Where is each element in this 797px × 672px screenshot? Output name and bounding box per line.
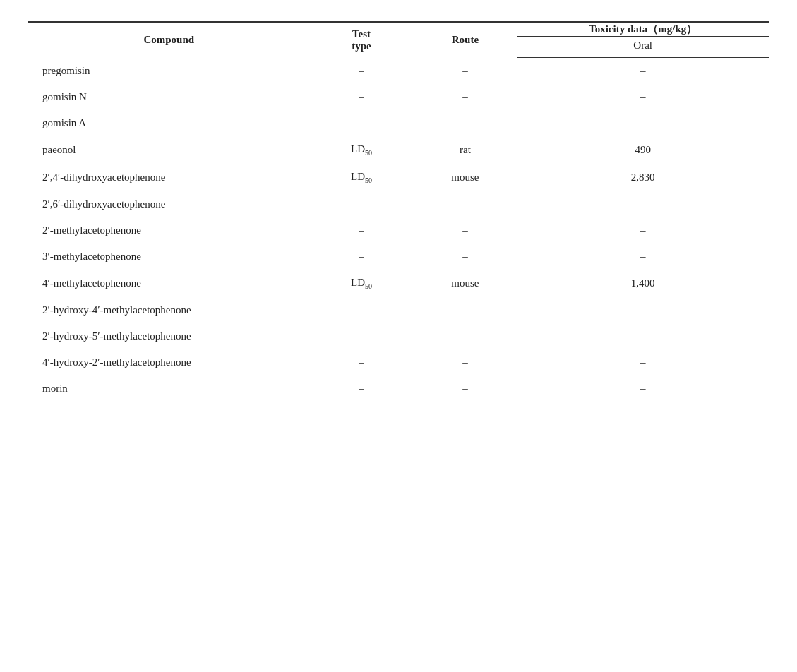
cell-oral: –: [517, 84, 769, 110]
cell-route: –: [413, 110, 517, 136]
cell-oral: –: [517, 217, 769, 244]
cell-compound: morin: [28, 376, 310, 402]
cell-oral: –: [517, 323, 769, 349]
cell-compound: 2′,6′-dihydroxyacetophenone: [28, 191, 310, 217]
cell-compound: gomisin N: [28, 84, 310, 110]
cell-oral: –: [517, 244, 769, 270]
cell-test-type: –: [310, 323, 414, 349]
table-row: 4′-methylacetophenoneLD50mouse1,400: [28, 270, 769, 297]
table-row: 2′,4′-dihydroxyacetophenoneLD50mouse2,83…: [28, 164, 769, 191]
table-row: 2′,6′-dihydroxyacetophenone–––: [28, 191, 769, 217]
table-row: gomisin A–––: [28, 110, 769, 136]
cell-test-type: –: [310, 84, 414, 110]
cell-route: –: [413, 84, 517, 110]
cell-oral: –: [517, 110, 769, 136]
cell-oral: –: [517, 297, 769, 323]
cell-compound: 2′-hydroxy-5′-methylacetophenone: [28, 323, 310, 349]
table-row: 2′-hydroxy-5′-methylacetophenone–––: [28, 323, 769, 349]
cell-route: –: [413, 349, 517, 376]
cell-test-type: –: [310, 58, 414, 85]
cell-route: mouse: [413, 270, 517, 297]
cell-compound: 2′,4′-dihydroxyacetophenone: [28, 164, 310, 191]
cell-oral: –: [517, 376, 769, 402]
cell-oral: 2,830: [517, 164, 769, 191]
cell-compound: gomisin A: [28, 110, 310, 136]
cell-route: –: [413, 376, 517, 402]
cell-test-type: –: [310, 244, 414, 270]
cell-test-type: –: [310, 217, 414, 244]
cell-route: –: [413, 297, 517, 323]
table-container: Compound Testtype Route Toxicity data（mg…: [28, 21, 769, 402]
cell-route: –: [413, 244, 517, 270]
cell-test-type: LD50: [310, 136, 414, 164]
table-row: paeonolLD50rat490: [28, 136, 769, 164]
route-header: Route: [413, 22, 517, 58]
cell-route: –: [413, 58, 517, 85]
cell-oral: –: [517, 191, 769, 217]
table-body: pregomisin–––gomisin N–––gomisin A–––pae…: [28, 58, 769, 402]
header-row-top: Compound Testtype Route Toxicity data（mg…: [28, 22, 769, 37]
oral-header: Oral: [517, 37, 769, 58]
cell-route: mouse: [413, 164, 517, 191]
cell-compound: pregomisin: [28, 58, 310, 85]
cell-compound: 3′-methylacetophenone: [28, 244, 310, 270]
cell-compound: paeonol: [28, 136, 310, 164]
cell-oral: –: [517, 349, 769, 376]
cell-compound: 2′-hydroxy-4′-methylacetophenone: [28, 297, 310, 323]
cell-test-type: –: [310, 349, 414, 376]
cell-compound: 4′-methylacetophenone: [28, 270, 310, 297]
test-type-header: Testtype: [310, 22, 414, 58]
cell-oral: –: [517, 58, 769, 85]
cell-route: –: [413, 217, 517, 244]
cell-test-type: –: [310, 297, 414, 323]
cell-oral: 490: [517, 136, 769, 164]
table-row: 2′-methylacetophenone–––: [28, 217, 769, 244]
table-row: pregomisin–––: [28, 58, 769, 85]
cell-route: rat: [413, 136, 517, 164]
cell-route: –: [413, 191, 517, 217]
compound-header: Compound: [28, 22, 310, 58]
toxicity-table: Compound Testtype Route Toxicity data（mg…: [28, 21, 769, 402]
cell-test-type: –: [310, 191, 414, 217]
cell-test-type: LD50: [310, 164, 414, 191]
table-row: 3′-methylacetophenone–––: [28, 244, 769, 270]
cell-test-type: LD50: [310, 270, 414, 297]
toxicity-group-header: Toxicity data（mg/kg）: [517, 22, 769, 37]
cell-oral: 1,400: [517, 270, 769, 297]
table-row: morin–––: [28, 376, 769, 402]
cell-route: –: [413, 323, 517, 349]
cell-test-type: –: [310, 110, 414, 136]
table-row: gomisin N–––: [28, 84, 769, 110]
table-row: 2′-hydroxy-4′-methylacetophenone–––: [28, 297, 769, 323]
cell-compound: 4′-hydroxy-2′-methylacetophenone: [28, 349, 310, 376]
cell-test-type: –: [310, 376, 414, 402]
cell-compound: 2′-methylacetophenone: [28, 217, 310, 244]
table-row: 4′-hydroxy-2′-methylacetophenone–––: [28, 349, 769, 376]
